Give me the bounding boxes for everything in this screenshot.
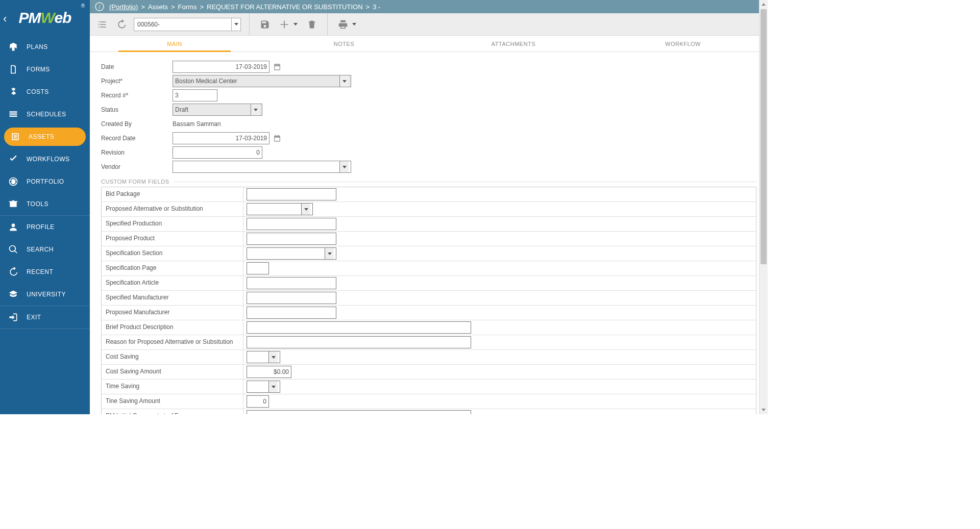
scroll-up-arrow[interactable] — [760, 0, 768, 9]
tab-notes[interactable]: NOTES — [259, 36, 429, 52]
print-icon[interactable] — [336, 17, 350, 32]
record-no-input[interactable]: 3 — [173, 89, 217, 102]
sidebar-item-label: PORTFOLIO — [27, 178, 64, 185]
custom-field-input[interactable] — [247, 247, 336, 260]
search-icon — [7, 243, 19, 256]
chevron-down-icon[interactable] — [251, 104, 260, 115]
sidebar-item-plans[interactable]: PLANS — [0, 36, 90, 58]
record-selector[interactable]: 000560- — [134, 18, 241, 31]
custom-field-input[interactable] — [247, 351, 280, 363]
custom-field-row: Proposed Manufacturer — [102, 306, 756, 320]
sidebar-item-label: PROFILE — [27, 223, 55, 231]
custom-field-label: Tine Saving Amount — [102, 394, 243, 409]
sidebar-item-profile[interactable]: PROFILE — [0, 216, 90, 238]
project-select[interactable]: Boston Medical Center — [173, 75, 351, 87]
custom-field-input[interactable] — [247, 218, 336, 230]
breadcrumb-portfolio[interactable]: (Portfolio) — [109, 3, 138, 11]
tab-attachments[interactable]: ATTACHMENTS — [429, 36, 598, 52]
tab-workflow[interactable]: WORKFLOW — [598, 36, 768, 52]
vertical-scrollbar[interactable] — [759, 0, 768, 414]
list-icon[interactable] — [95, 17, 109, 32]
custom-field-input[interactable] — [247, 381, 280, 393]
plans-icon — [7, 41, 19, 53]
sidebar-item-costs[interactable]: COSTS — [0, 81, 90, 103]
breadcrumb-sep: > — [141, 3, 145, 11]
chevron-down-icon[interactable] — [268, 351, 278, 363]
info-icon[interactable]: i — [95, 2, 104, 11]
sidebar-item-tools[interactable]: TOOLS — [0, 193, 90, 215]
custom-field-row: Time Saving — [102, 380, 756, 394]
custom-field-label: Proposed Alternative or Substitution — [102, 202, 243, 216]
custom-field-label: Reason for Proposed Alternative or Subsi… — [102, 335, 243, 349]
record-date-input[interactable]: 17-03-2019 — [173, 132, 270, 144]
custom-field-input[interactable] — [247, 410, 471, 414]
tools-icon — [7, 198, 19, 210]
portfolio-icon — [7, 175, 19, 188]
sidebar-item-search[interactable]: SEARCH — [0, 238, 90, 261]
sidebar-item-assets[interactable]: ASSETS — [4, 128, 86, 146]
tabs: MAIN NOTES ATTACHMENTS WORKFLOW — [90, 36, 768, 52]
university-icon — [7, 288, 19, 300]
custom-field-input[interactable]: $0.00 — [247, 366, 291, 378]
custom-field-input[interactable] — [247, 292, 336, 304]
chevron-down-icon[interactable] — [231, 18, 240, 31]
sidebar-item-forms[interactable]: FORMS — [0, 58, 90, 81]
vendor-label: Vendor — [101, 163, 173, 170]
workflows-icon — [7, 153, 19, 165]
custom-field-row: Cost Saving Amount$0.00 — [102, 365, 756, 380]
custom-field-input[interactable] — [247, 188, 336, 200]
custom-field-input[interactable] — [247, 307, 336, 319]
custom-field-input[interactable] — [247, 203, 313, 215]
chevron-down-icon[interactable] — [339, 75, 349, 87]
tab-main[interactable]: MAIN — [90, 36, 259, 52]
custom-field-input[interactable] — [247, 277, 336, 289]
add-icon[interactable] — [277, 17, 291, 32]
sidebar-item-recent[interactable]: RECENT — [0, 261, 90, 283]
logo: ‹ PMWeb ® — [0, 0, 90, 36]
custom-field-input[interactable]: 0 — [247, 395, 269, 408]
custom-field-label: Bid Package — [102, 187, 243, 201]
sidebar-item-schedules[interactable]: SCHEDULES — [0, 103, 90, 125]
history-icon[interactable] — [114, 17, 129, 32]
custom-field-row: Specified Manufacturer — [102, 291, 756, 306]
custom-field-input[interactable] — [247, 336, 471, 348]
scroll-down-arrow[interactable] — [760, 406, 768, 414]
status-label: Status — [101, 106, 173, 113]
add-dropdown[interactable] — [291, 17, 300, 32]
sidebar-item-exit[interactable]: EXIT — [0, 306, 90, 329]
scroll-thumb[interactable] — [761, 9, 767, 264]
date-label: Date — [101, 63, 173, 70]
print-dropdown[interactable] — [350, 17, 358, 32]
custom-field-input[interactable] — [247, 233, 336, 245]
chevron-down-icon[interactable] — [325, 248, 334, 259]
status-select[interactable]: Draft — [173, 104, 262, 116]
custom-field-input[interactable] — [247, 321, 471, 334]
assets-icon — [9, 131, 21, 143]
save-icon[interactable] — [258, 17, 272, 32]
sidebar-item-portfolio[interactable]: PORTFOLIO — [0, 170, 90, 193]
logo-w: W — [41, 9, 55, 26]
record-selector-value: 000560- — [134, 21, 231, 28]
chevron-down-icon[interactable] — [339, 161, 349, 172]
custom-field-row: Proposed Product — [102, 232, 756, 246]
profile-icon — [7, 221, 19, 233]
calendar-icon[interactable] — [273, 134, 282, 143]
delete-icon[interactable] — [305, 17, 319, 32]
chevron-down-icon[interactable] — [301, 204, 310, 215]
custom-field-label: Brief Product Description — [102, 320, 243, 335]
sidebar-item-workflows[interactable]: WORKFLOWS — [0, 148, 90, 170]
custom-field-input[interactable] — [247, 262, 269, 274]
custom-field-label: PM Initial Comments to AE — [102, 409, 243, 414]
vendor-select[interactable] — [173, 161, 351, 173]
breadcrumb: i (Portfolio) > Assets > Forms > REQUEST… — [90, 0, 768, 13]
sidebar-item-label: TOOLS — [27, 200, 48, 208]
chevron-down-icon[interactable] — [268, 381, 278, 392]
revision-input[interactable]: 0 — [173, 146, 262, 159]
breadcrumb-forms: Forms — [178, 3, 197, 11]
calendar-icon[interactable] — [273, 62, 282, 71]
sidebar-item-university[interactable]: UNIVERSITY — [0, 283, 90, 306]
sidebar-item-label: UNIVERSITY — [27, 291, 66, 298]
custom-field-row: Specified Production — [102, 217, 756, 232]
date-input[interactable]: 17-03-2019 — [173, 61, 270, 73]
custom-field-row: Specification Page — [102, 261, 756, 276]
